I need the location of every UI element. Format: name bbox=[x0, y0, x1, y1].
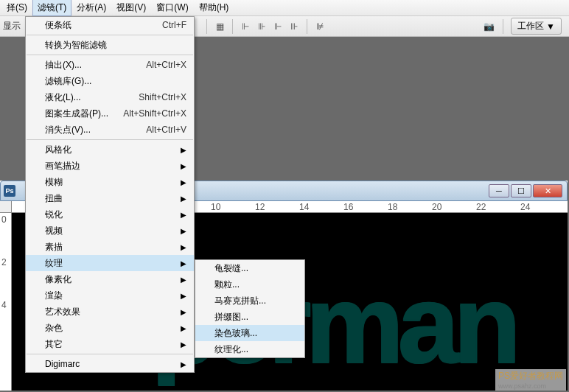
menu-item-label: 素描 bbox=[45, 241, 63, 253]
menu-shortcut: Alt+Shift+Ctrl+X bbox=[123, 108, 186, 119]
menu-sharpen[interactable]: 锐化▶ bbox=[26, 206, 194, 223]
menu-texture[interactable]: 纹理▶ bbox=[26, 255, 194, 271]
menu-item-label: 抽出(X)... bbox=[45, 59, 82, 71]
menu-analysis[interactable]: 分析(A) bbox=[71, 0, 111, 16]
ruler-mark: 10 bbox=[211, 202, 220, 212]
menu-item-label: 颗粒... bbox=[214, 279, 240, 291]
submenu-arrow-icon: ▶ bbox=[181, 178, 186, 186]
submenu-arrow-icon: ▶ bbox=[181, 227, 186, 235]
menu-item-label: 滤镜库(G)... bbox=[45, 75, 91, 88]
menu-separator bbox=[27, 139, 193, 140]
tool-icon[interactable]: ▦ bbox=[213, 20, 226, 33]
menu-noise[interactable]: 杂色▶ bbox=[26, 320, 194, 336]
align-icon[interactable]: ⊪ bbox=[287, 20, 301, 33]
menu-separator bbox=[27, 35, 193, 35]
menu-last-filter[interactable]: 便条纸 Ctrl+F bbox=[26, 17, 194, 33]
menu-shortcut: Alt+Ctrl+V bbox=[146, 125, 186, 135]
ruler-mark: 22 bbox=[476, 202, 486, 212]
menu-select[interactable]: 择(S) bbox=[1, 0, 32, 16]
menu-sketch[interactable]: 素描▶ bbox=[26, 239, 194, 255]
menu-item-label: 图案生成器(P)... bbox=[45, 108, 108, 120]
ruler-mark: 18 bbox=[388, 202, 397, 212]
menu-vanishing-point[interactable]: 消失点(V)...Alt+Ctrl+V bbox=[26, 122, 194, 138]
ruler-mark: 4 bbox=[1, 300, 7, 310]
minimize-button[interactable]: ─ bbox=[489, 184, 509, 197]
submenu-arrow-icon: ▶ bbox=[181, 340, 186, 349]
menu-convert-smart[interactable]: 转换为智能滤镜 bbox=[26, 37, 194, 53]
menu-item-label: 艺术效果 bbox=[45, 306, 80, 318]
menu-view[interactable]: 视图(V) bbox=[111, 0, 151, 16]
menu-item-label: 消失点(V)... bbox=[45, 124, 91, 136]
menu-window[interactable]: 窗口(W) bbox=[151, 0, 193, 16]
menu-item-label: 杂色 bbox=[45, 322, 63, 335]
workspace-label: 工作区 bbox=[517, 20, 544, 32]
menu-item-label: 纹理 bbox=[45, 257, 63, 270]
submenu-texturizer[interactable]: 纹理化... bbox=[195, 341, 304, 357]
menu-pattern-maker[interactable]: 图案生成器(P)...Alt+Shift+Ctrl+X bbox=[26, 105, 194, 122]
submenu-stained-glass[interactable]: 染色玻璃... bbox=[195, 325, 304, 341]
submenu-craquelure[interactable]: 龟裂缝... bbox=[195, 260, 304, 276]
submenu-arrow-icon: ▶ bbox=[181, 360, 186, 368]
menu-item-label: 其它 bbox=[45, 338, 63, 351]
menu-artistic[interactable]: 艺术效果▶ bbox=[26, 304, 194, 320]
menu-item-label: 转换为智能滤镜 bbox=[45, 39, 107, 52]
separator bbox=[206, 19, 207, 34]
menu-liquify[interactable]: 液化(L)...Shift+Ctrl+X bbox=[26, 89, 194, 105]
submenu-arrow-icon: ▶ bbox=[181, 195, 186, 203]
menu-item-label: 纹理化... bbox=[214, 343, 248, 356]
align-icon[interactable]: ⊪ bbox=[255, 20, 268, 33]
menu-filter[interactable]: 滤镜(T) bbox=[32, 0, 71, 16]
menu-stylize[interactable]: 风格化▶ bbox=[26, 141, 194, 158]
ruler-mark: 0 bbox=[1, 214, 7, 225]
submenu-grain[interactable]: 颗粒... bbox=[195, 276, 304, 293]
menu-other[interactable]: 其它▶ bbox=[26, 336, 194, 352]
menu-item-label: 扭曲 bbox=[45, 192, 63, 205]
submenu-mosaic-tiles[interactable]: 马赛克拼贴... bbox=[195, 293, 304, 309]
menu-blur[interactable]: 模糊▶ bbox=[26, 174, 194, 190]
menu-digimarc[interactable]: Digimarc▶ bbox=[26, 356, 194, 372]
ruler-mark: 24 bbox=[520, 202, 530, 212]
workspace-button[interactable]: 工作区 ▼ bbox=[511, 18, 562, 35]
submenu-arrow-icon: ▶ bbox=[181, 308, 186, 316]
submenu-arrow-icon: ▶ bbox=[181, 162, 186, 170]
menu-item-label: 液化(L)... bbox=[45, 91, 81, 104]
menu-filter-gallery[interactable]: 滤镜库(G)... bbox=[26, 73, 194, 89]
menu-pixelate[interactable]: 像素化▶ bbox=[26, 271, 194, 287]
menu-item-label: 马赛克拼贴... bbox=[214, 295, 266, 307]
distribute-icon[interactable]: ⊯ bbox=[313, 20, 327, 33]
align-icon[interactable]: ⊩ bbox=[271, 20, 284, 33]
ruler-mark: 14 bbox=[299, 202, 309, 212]
ruler-mark: 16 bbox=[343, 202, 353, 212]
watermark-text: PS爱好者教程网 bbox=[498, 371, 563, 381]
menu-separator bbox=[27, 55, 193, 55]
submenu-arrow-icon: ▶ bbox=[181, 292, 186, 300]
maximize-button[interactable]: ☐ bbox=[511, 184, 531, 197]
close-button[interactable]: ✕ bbox=[533, 184, 562, 197]
align-icon[interactable]: ⊩ bbox=[239, 20, 252, 33]
menu-separator bbox=[27, 354, 193, 354]
submenu-patchwork[interactable]: 拼缀图... bbox=[195, 309, 304, 325]
menu-item-label: 像素化 bbox=[45, 273, 71, 286]
ruler-mark: 20 bbox=[432, 202, 441, 212]
menu-help[interactable]: 帮助(H) bbox=[194, 0, 234, 16]
submenu-arrow-icon: ▶ bbox=[181, 259, 186, 267]
menu-item-label: Digimarc bbox=[45, 359, 80, 369]
menu-video[interactable]: 视频▶ bbox=[26, 223, 194, 239]
toolbar-label: 显示 bbox=[3, 20, 21, 32]
vertical-ruler[interactable]: 0 2 4 bbox=[0, 213, 12, 391]
menu-extract[interactable]: 抽出(X)...Alt+Ctrl+X bbox=[26, 57, 194, 73]
chevron-down-icon: ▼ bbox=[546, 21, 555, 32]
camera-icon[interactable]: 📷 bbox=[482, 20, 495, 33]
menu-item-label: 拼缀图... bbox=[214, 311, 248, 323]
menu-item-label: 风格化 bbox=[45, 144, 71, 156]
submenu-arrow-icon: ▶ bbox=[181, 243, 186, 251]
menu-brush-strokes[interactable]: 画笔描边▶ bbox=[26, 158, 194, 174]
menu-item-label: 视频 bbox=[45, 225, 63, 237]
menu-distort[interactable]: 扭曲▶ bbox=[26, 190, 194, 206]
separator bbox=[232, 19, 233, 34]
ruler-mark: 2 bbox=[1, 257, 7, 267]
submenu-arrow-icon: ▶ bbox=[181, 211, 186, 219]
menu-render[interactable]: 渲染▶ bbox=[26, 287, 194, 304]
menu-item-label: 渲染 bbox=[45, 290, 63, 302]
ruler-corner bbox=[0, 201, 12, 213]
